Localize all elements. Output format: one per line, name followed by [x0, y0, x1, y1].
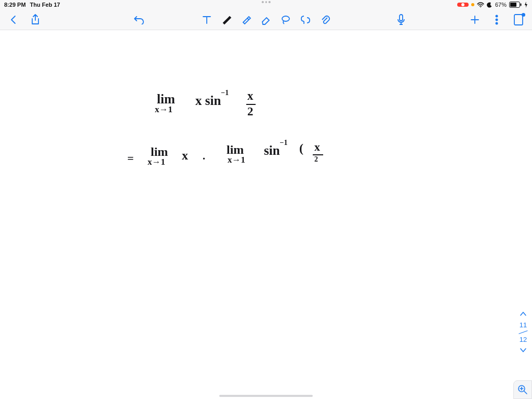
- do-not-disturb-icon: [487, 2, 493, 8]
- attachment-tool-button[interactable]: [319, 14, 331, 26]
- toolbar-right-group: [469, 14, 525, 26]
- lasso-tool-button[interactable]: [280, 14, 292, 26]
- status-right: 67%: [457, 2, 528, 8]
- svg-point-5: [496, 15, 497, 17]
- handwriting-line2b-lim: lim x→1: [227, 143, 245, 165]
- battery-icon: [509, 2, 522, 8]
- page-current-number: 11: [520, 321, 527, 329]
- share-button[interactable]: [29, 14, 42, 26]
- add-button[interactable]: [469, 14, 481, 26]
- dot-icon: [269, 1, 271, 3]
- record-dot-icon: [461, 3, 464, 6]
- mic-in-use-dot-icon: [471, 3, 474, 6]
- handwriting-line1-fraction: x 2: [245, 89, 256, 118]
- handwriting-line2a-x: x: [182, 149, 188, 163]
- status-date: Thu Feb 17: [30, 2, 60, 8]
- handwriting-line2b-sin: sin−1: [264, 143, 288, 158]
- page-divider-icon: [518, 330, 527, 334]
- handwriting-equals: =: [127, 152, 134, 165]
- wifi-icon: [477, 2, 484, 8]
- svg-rect-8: [514, 15, 523, 25]
- microphone-button[interactable]: [395, 14, 407, 26]
- eraser-tool-button[interactable]: [260, 14, 272, 26]
- highlighter-tool-button[interactable]: [240, 14, 252, 26]
- more-options-button[interactable]: [490, 14, 503, 26]
- handwriting-line2b-fraction: x 2: [312, 140, 323, 164]
- svg-rect-2: [521, 4, 522, 6]
- page-total-number: 12: [520, 336, 527, 343]
- home-indicator[interactable]: [219, 395, 313, 397]
- toolbar-tools-group: [201, 14, 331, 26]
- notification-dot-icon: [522, 13, 525, 17]
- ios-status-bar: 8:29 PM Thu Feb 17 67%: [0, 0, 532, 9]
- handwriting-line2a-lim: lim x→1: [151, 145, 168, 167]
- app-toolbar: [0, 9, 532, 30]
- status-time: 8:29 PM: [4, 2, 26, 8]
- undo-button[interactable]: [133, 14, 145, 26]
- pencil-charge-icon: [524, 2, 528, 8]
- pen-tool-button[interactable]: [220, 14, 233, 26]
- toolbar-left-group: [7, 14, 145, 26]
- handwriting-line1-expr: x sin−1: [195, 94, 229, 108]
- page-prev-button[interactable]: [520, 310, 527, 318]
- note-canvas[interactable]: lim x→1 x sin−1 x 2 = lim x→1 x · lim x→…: [0, 30, 532, 399]
- handwriting-multiply-dot: ·: [203, 153, 205, 165]
- svg-point-3: [282, 16, 289, 21]
- back-button[interactable]: [7, 14, 20, 26]
- dot-icon: [262, 1, 264, 3]
- dot-icon: [265, 1, 267, 3]
- text-tool-button[interactable]: [201, 14, 213, 26]
- handwriting-line2b-paren: (: [299, 141, 303, 155]
- shape-tool-button[interactable]: [299, 14, 312, 26]
- svg-point-7: [496, 22, 497, 24]
- page-next-button[interactable]: [520, 347, 527, 354]
- page-navigator: 11 12: [518, 310, 528, 354]
- screen-recording-indicator[interactable]: [457, 3, 469, 7]
- svg-rect-4: [400, 15, 403, 21]
- status-left: 8:29 PM Thu Feb 17: [4, 2, 60, 8]
- multitask-dots[interactable]: [262, 1, 271, 3]
- svg-rect-1: [510, 3, 516, 7]
- zoom-in-button[interactable]: [513, 380, 532, 399]
- svg-point-6: [496, 19, 497, 20]
- battery-percentage: 67%: [495, 2, 507, 8]
- handwriting-line1-lim: lim x→1: [157, 92, 175, 114]
- page-view-button[interactable]: [512, 14, 525, 26]
